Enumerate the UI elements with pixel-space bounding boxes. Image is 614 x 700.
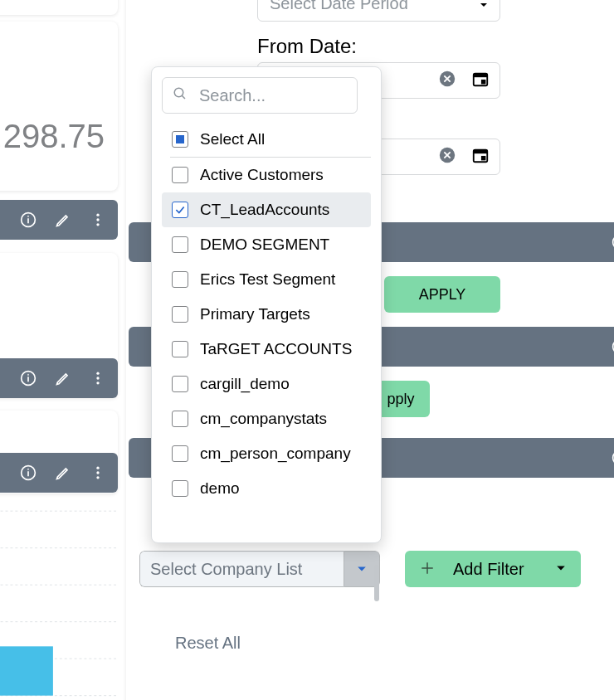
mini-chart — [0, 493, 119, 700]
left-bar-2 — [0, 358, 118, 398]
apply-button-label: pply — [387, 391, 414, 408]
left-bar-1 — [0, 200, 118, 240]
svg-rect-32 — [481, 156, 486, 161]
svg-point-9 — [96, 372, 99, 375]
calendar-icon[interactable] — [471, 146, 490, 168]
search-input[interactable] — [197, 85, 347, 106]
svg-point-16 — [96, 471, 99, 474]
plus-icon — [420, 557, 435, 581]
info-icon[interactable] — [20, 211, 37, 228]
svg-rect-27 — [474, 74, 488, 78]
svg-point-10 — [96, 377, 99, 379]
svg-line-54 — [182, 95, 185, 99]
chevron-down-icon — [480, 0, 488, 13]
big-number: ,298.75 — [0, 118, 105, 155]
clear-circle-icon[interactable] — [438, 146, 456, 168]
checkbox[interactable] — [172, 306, 188, 323]
checkbox[interactable] — [172, 376, 188, 392]
list-item[interactable]: cm_person_company — [162, 436, 371, 471]
more-vertical-icon[interactable] — [90, 370, 106, 386]
svg-point-14 — [28, 469, 29, 470]
svg-point-4 — [96, 218, 99, 221]
company-list-placeholder: Select Company List — [139, 551, 344, 587]
list-item-label: cm_person_company — [200, 445, 351, 463]
list-item-label: Primary Targets — [200, 305, 310, 323]
list-item-label: demo — [200, 479, 240, 498]
more-vertical-icon[interactable] — [90, 464, 106, 481]
from-date-label: From Date: — [257, 35, 357, 58]
list-item-label: Active Customers — [200, 166, 324, 184]
list-item[interactable]: CT_LeadAccounts — [162, 192, 371, 227]
company-dropdown: Select All Active CustomersCT_LeadAccoun… — [151, 66, 382, 543]
list-item[interactable]: cm_companystats — [162, 401, 371, 436]
list-item-label: DEMO SEGMENT — [200, 236, 329, 254]
svg-rect-28 — [481, 80, 486, 85]
left-bar-3 — [0, 453, 118, 493]
edit-icon[interactable] — [55, 464, 71, 481]
search-box[interactable] — [162, 77, 358, 114]
date-period-placeholder: Select Date Period — [270, 0, 408, 13]
checkbox[interactable] — [172, 445, 188, 462]
list-item[interactable]: DEMO SEGMENT — [162, 227, 371, 262]
svg-point-53 — [174, 88, 183, 97]
svg-point-3 — [96, 214, 99, 216]
list-item[interactable]: demo — [162, 471, 371, 506]
clear-circle-icon[interactable] — [438, 70, 456, 91]
edit-icon[interactable] — [55, 211, 71, 228]
list-item-label: TaRGET ACCOUNTS — [200, 340, 352, 358]
checkbox[interactable] — [172, 411, 188, 427]
svg-point-5 — [96, 223, 99, 226]
svg-rect-24 — [0, 646, 53, 695]
svg-point-8 — [28, 375, 29, 376]
checkbox[interactable] — [172, 271, 188, 288]
list-item-label: cm_companystats — [200, 410, 327, 428]
select-all-row[interactable]: Select All — [162, 122, 371, 157]
svg-point-15 — [96, 467, 99, 469]
apply-button-label: APPLY — [419, 286, 466, 304]
list-item[interactable]: cargill_demo — [162, 367, 371, 401]
svg-point-17 — [96, 476, 99, 479]
list-item-label: CT_LeadAccounts — [200, 201, 329, 219]
list-item-label: Erics Test Segment — [200, 270, 335, 289]
list-item[interactable]: TaRGET ACCOUNTS — [162, 332, 371, 367]
checkbox[interactable] — [172, 236, 188, 253]
summary-card-top: e — [0, 0, 118, 15]
apply-button-1[interactable]: APPLY — [384, 276, 500, 313]
checkbox[interactable] — [172, 341, 188, 357]
reset-all-button[interactable]: Reset All — [175, 634, 241, 653]
list-item[interactable]: Erics Test Segment — [162, 262, 371, 297]
svg-point-11 — [96, 382, 99, 384]
info-icon[interactable] — [20, 464, 37, 481]
scrollbar-thumb[interactable] — [374, 565, 379, 601]
svg-point-2 — [28, 216, 29, 217]
add-filter-button[interactable]: Add Filter — [405, 551, 581, 587]
checkbox[interactable] — [172, 202, 188, 218]
edit-icon[interactable] — [55, 370, 71, 386]
add-filter-label: Add Filter — [453, 560, 556, 579]
select-all-label: Select All — [200, 130, 265, 148]
search-icon — [173, 86, 188, 105]
list-item[interactable]: Primary Targets — [162, 297, 371, 332]
list-item-label: cargill_demo — [200, 375, 290, 393]
company-list-select[interactable]: Select Company List — [139, 551, 380, 587]
checkbox[interactable] — [172, 480, 188, 497]
chevron-down-icon — [556, 561, 566, 576]
more-vertical-icon[interactable] — [90, 211, 106, 228]
info-icon[interactable] — [20, 370, 37, 386]
list-item[interactable]: Active Customers — [162, 158, 371, 192]
date-period-select[interactable]: Select Date Period — [257, 0, 500, 22]
checkbox-indeterminate[interactable] — [172, 131, 188, 148]
calendar-icon[interactable] — [471, 70, 490, 91]
checkbox[interactable] — [172, 167, 188, 183]
summary-card-number: ,298.75 — [0, 22, 118, 191]
svg-rect-31 — [474, 150, 488, 154]
